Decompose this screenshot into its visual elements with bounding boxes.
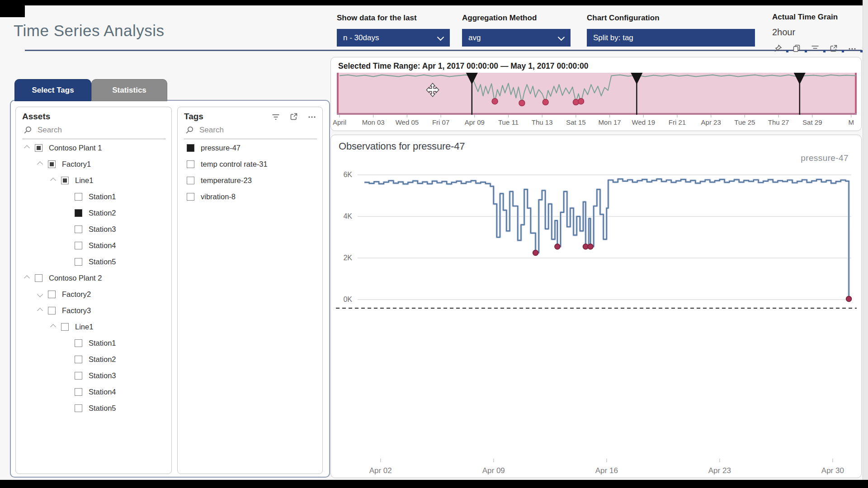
timeline-tick-label: Tue 11 [498, 118, 519, 126]
focus-mode-icon[interactable] [290, 113, 298, 121]
aggregation-dropdown[interactable]: avg [462, 29, 571, 47]
checkbox-unchecked[interactable] [75, 388, 82, 396]
asset-tree-row[interactable]: Station5 [16, 400, 171, 416]
more-options-icon[interactable] [848, 44, 856, 52]
checkbox-unchecked[interactable] [75, 339, 82, 347]
observations-panel: Observations for pressure-47 pressure-47… [330, 135, 862, 478]
filter-icon[interactable] [272, 113, 280, 121]
asset-tree-row[interactable]: Contoso Plant 2 [16, 270, 171, 286]
anomaly-dot[interactable] [533, 250, 538, 256]
anomaly-dot[interactable] [492, 99, 498, 104]
asset-tree-row[interactable]: Station2 [16, 205, 171, 221]
observations-chart[interactable]: 0K2K4K6KApr 02Apr 09Apr 16Apr 23Apr 30 [331, 135, 862, 477]
timeline-tick-label: Mon 17 [599, 118, 621, 126]
checkbox-unchecked[interactable] [187, 160, 194, 168]
chevron-up-icon[interactable] [50, 324, 56, 330]
chevron-down-icon [437, 34, 444, 41]
anomaly-dot[interactable] [846, 296, 852, 302]
timeline-panel: Selected Time Range: Apr 1, 2017 00:00:0… [330, 57, 862, 131]
asset-tree-row[interactable]: Station4 [16, 237, 171, 253]
checkbox-unchecked[interactable] [75, 225, 82, 233]
tree-node-label: Line1 [75, 176, 93, 185]
blue-artifact-dot [860, 50, 863, 52]
checkbox-unchecked[interactable] [187, 177, 194, 184]
anomaly-dot[interactable] [542, 99, 548, 105]
timeline-tick-label: Thu 27 [768, 118, 789, 126]
checkbox-checked[interactable] [75, 209, 82, 217]
asset-tree-row[interactable]: Contoso Plant 1 [16, 140, 171, 156]
checkbox-unchecked[interactable] [75, 193, 82, 201]
assets-panel: Assets Contoso Plant 1Factory1Line1Stati… [15, 107, 172, 474]
search-icon [23, 126, 32, 135]
asset-tree-row[interactable]: Station1 [16, 188, 171, 205]
tags-panel: Tags pressur [177, 107, 323, 474]
asset-tree-row[interactable]: Factory3 [16, 302, 171, 319]
checkbox-unchecked[interactable] [75, 372, 82, 380]
tag-list-item[interactable]: pressure-47 [178, 140, 322, 156]
checkbox-unchecked[interactable] [187, 193, 194, 201]
time-range-dropdown[interactable]: n - 30days [337, 29, 450, 47]
chart-config-dropdown[interactable]: Split by: tag [587, 29, 755, 47]
checkbox-indeterminate[interactable] [61, 177, 69, 184]
pin-icon[interactable] [774, 44, 782, 52]
tag-list-item[interactable]: temperature-23 [178, 172, 322, 188]
focus-mode-icon[interactable] [830, 44, 838, 52]
timeline-tick-label: M [848, 118, 854, 126]
tag-list-item[interactable]: temp control rate-31 [178, 156, 322, 172]
asset-tree-row[interactable]: Station3 [16, 367, 171, 384]
checkbox-unchecked[interactable] [75, 258, 82, 266]
asset-tree-row[interactable]: Station1 [16, 335, 171, 351]
timeline-tick-label: April [333, 118, 346, 126]
asset-tree-row[interactable]: Station5 [16, 253, 171, 270]
tags-search-input[interactable] [198, 125, 300, 135]
chevron-up-icon[interactable] [24, 145, 30, 151]
chevron-up-icon[interactable] [24, 275, 30, 281]
checkbox-unchecked[interactable] [75, 356, 82, 363]
asset-tree-row[interactable]: Line1 [16, 172, 171, 188]
checkbox-unchecked[interactable] [48, 307, 56, 314]
chevron-up-icon[interactable] [37, 308, 43, 314]
time-range-label: Show data for the last [337, 14, 417, 23]
tree-node-label: Factory3 [62, 306, 91, 315]
checkbox-unchecked[interactable] [61, 323, 69, 331]
more-options-icon[interactable] [308, 113, 316, 121]
checkbox-unchecked[interactable] [35, 274, 42, 282]
asset-tree-row[interactable]: Station3 [16, 221, 171, 237]
tab-statistics[interactable]: Statistics [91, 79, 167, 101]
checkbox-checked[interactable] [187, 144, 194, 152]
assets-search-input[interactable] [37, 125, 138, 135]
asset-tree-row[interactable]: Factory2 [16, 286, 171, 302]
tag-list-item[interactable]: vibration-8 [178, 188, 322, 205]
asset-tree-row[interactable]: Factory1 [16, 156, 171, 172]
timeline-tick-label: Sat 15 [566, 118, 585, 126]
tree-node-label: Station4 [89, 241, 116, 250]
anomaly-dot[interactable] [519, 100, 525, 106]
anomaly-dot[interactable] [588, 244, 593, 249]
page-title: Time Series Analysis [14, 22, 165, 40]
asset-tree-row[interactable]: Station4 [16, 384, 171, 400]
checkbox-unchecked[interactable] [75, 404, 82, 412]
chevron-down-icon[interactable] [37, 291, 43, 297]
window-bottom-bar [0, 480, 868, 488]
checkbox-unchecked[interactable] [75, 242, 82, 249]
tree-node-label: Factory1 [62, 160, 91, 169]
asset-tree-row[interactable]: Line1 [16, 319, 171, 335]
tree-node-label: Line1 [75, 323, 93, 331]
blue-artifact-dot [842, 50, 844, 52]
anomaly-dot[interactable] [555, 244, 560, 249]
checkbox-indeterminate[interactable] [48, 160, 56, 168]
checkbox-indeterminate[interactable] [35, 144, 42, 152]
time-range-band[interactable] [337, 73, 857, 115]
chevron-up-icon[interactable] [50, 178, 56, 183]
y-axis-label: 0K [343, 296, 352, 303]
tree-node-label: Station1 [89, 339, 116, 347]
copy-icon[interactable] [793, 44, 801, 52]
checkbox-unchecked[interactable] [48, 291, 56, 298]
anomaly-dot[interactable] [578, 99, 584, 104]
chevron-up-icon[interactable] [37, 161, 43, 167]
filter-icon[interactable] [811, 44, 819, 52]
tab-select-tags[interactable]: Select Tags [14, 79, 91, 101]
timeline-tick-label: Fri 21 [669, 118, 686, 126]
timeline-tick-label: Thu 13 [532, 118, 553, 126]
asset-tree-row[interactable]: Station2 [16, 351, 171, 367]
